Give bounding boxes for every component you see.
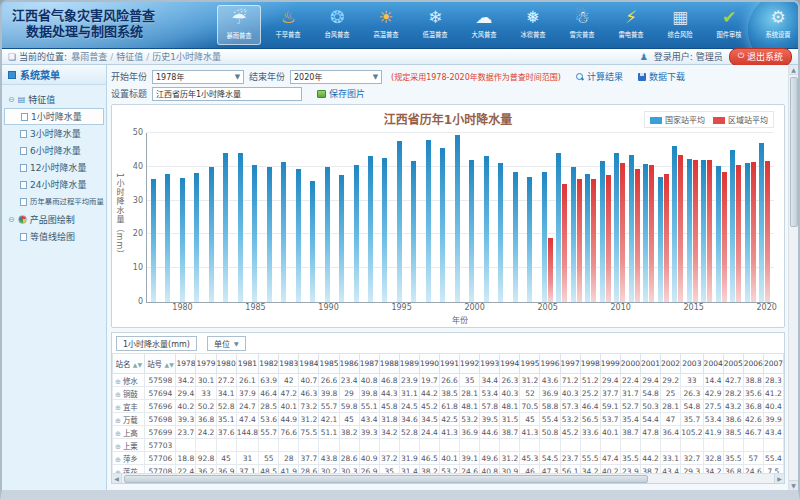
logout-button[interactable]: ⏻退出系统 [729, 48, 792, 66]
expand-icon[interactable]: ⊕ [115, 456, 121, 464]
sidebar-item[interactable]: 3小时降水量 [4, 125, 104, 142]
toolbar-item-map-review[interactable]: ✔图件审核 [707, 5, 751, 45]
legend-item[interactable]: 区域站平均 [713, 114, 768, 125]
bar-group-2013[interactable] [656, 133, 670, 302]
column-header[interactable]: 1984 [299, 354, 319, 374]
scroll-left-arrow-icon[interactable]: ◀ [112, 474, 122, 484]
chart-title-input[interactable] [152, 87, 302, 101]
column-header[interactable]: 2007 [763, 354, 783, 374]
bar-group-2007[interactable] [569, 133, 583, 302]
column-header[interactable]: 1999 [600, 354, 620, 374]
column-header[interactable]: 2005 [723, 354, 743, 374]
scroll-down-arrow-icon[interactable]: ▼ [789, 480, 799, 490]
table-row[interactable]: ⊕修水5759834.230.127.226.163.94240.726.623… [113, 374, 784, 387]
bar-group-2005[interactable] [540, 133, 554, 302]
data-download-button[interactable]: 数据下载 [638, 70, 685, 83]
column-header[interactable]: 2002 [661, 354, 681, 374]
toolbar-item-high-temp[interactable]: ☀高温普查 [364, 5, 408, 45]
bar-group-1993[interactable] [366, 133, 380, 302]
bar-group-2001[interactable] [482, 133, 496, 302]
column-header[interactable]: 1983 [279, 354, 299, 374]
bar-group-1982[interactable] [207, 133, 221, 302]
bar-group-1996[interactable] [410, 133, 424, 302]
column-header[interactable]: 1988 [379, 354, 399, 374]
table-row[interactable]: ⊕宜丰5769640.250.252.824.728.540.173.255.7… [113, 400, 784, 413]
column-header[interactable]: 2003 [681, 354, 703, 374]
sidebar-item[interactable]: 1小时降水量 [4, 108, 104, 125]
bar-group-2009[interactable] [598, 133, 612, 302]
column-header[interactable]: 1985 [319, 354, 339, 374]
table-row[interactable]: ⊕萍乡5770618.892.84531552837.743.828.640.9… [113, 452, 784, 465]
bar-group-1994[interactable] [381, 133, 395, 302]
collapse-icon[interactable]: ⊖ [8, 95, 15, 104]
bar-group-1989[interactable] [308, 133, 322, 302]
column-header[interactable]: 2006 [743, 354, 763, 374]
toolbar-item-lightning[interactable]: ⚡雷电普查 [609, 5, 653, 45]
bar-group-1995[interactable] [395, 133, 409, 302]
expand-icon[interactable]: ⊕ [115, 404, 121, 412]
vertical-scrollbar[interactable]: ▲ ▼ [788, 65, 798, 490]
bar-group-1984[interactable] [236, 133, 250, 302]
toolbar-item-settings[interactable]: ⚙系统设置 [756, 5, 798, 45]
expand-icon[interactable]: ⊕ [115, 430, 121, 438]
bar-group-1999[interactable] [453, 133, 467, 302]
bar-group-1988[interactable] [294, 133, 308, 302]
expand-icon[interactable]: ⊕ [115, 391, 121, 399]
column-header[interactable]: 2000 [620, 354, 640, 374]
bar-group-1992[interactable] [352, 133, 366, 302]
scroll-right-arrow-icon[interactable]: ▶ [774, 474, 784, 484]
column-header[interactable]: 1979 [196, 354, 216, 374]
column-header[interactable]: 1991 [440, 354, 460, 374]
column-header[interactable]: 1992 [460, 354, 480, 374]
horizontal-scrollbar[interactable]: ◀ ▶ [112, 473, 784, 483]
bar-group-2008[interactable] [584, 133, 598, 302]
bar-group-2011[interactable] [627, 133, 641, 302]
end-year-select[interactable]: 2020年▼ [290, 70, 382, 84]
bar-group-1998[interactable] [439, 133, 453, 302]
sidebar-item[interactable]: 等值线绘图 [4, 228, 104, 245]
bar-group-2006[interactable] [555, 133, 569, 302]
bar-group-2012[interactable] [641, 133, 655, 302]
bar-group-1997[interactable] [424, 133, 438, 302]
column-header[interactable]: 站名 ▲▼ [113, 354, 145, 374]
horizontal-scrollbar-thumb[interactable] [124, 475, 648, 483]
bar-group-1979[interactable] [163, 133, 177, 302]
bar-group-1983[interactable] [221, 133, 235, 302]
bar-group-1985[interactable] [250, 133, 264, 302]
column-header[interactable]: 1998 [580, 354, 600, 374]
start-year-select[interactable]: 1978年▼ [152, 70, 244, 84]
bar-group-2003[interactable] [511, 133, 525, 302]
toolbar-item-calculator[interactable]: ▦综合风险 [658, 5, 702, 45]
bar-group-2010[interactable] [613, 133, 627, 302]
column-header[interactable]: 1978 [176, 354, 196, 374]
expand-icon[interactable]: ⊕ [115, 417, 121, 425]
calc-result-button[interactable]: 计算结果 [576, 70, 623, 83]
scroll-up-arrow-icon[interactable]: ▲ [789, 65, 799, 75]
bar-group-1986[interactable] [265, 133, 279, 302]
bar-group-2017[interactable] [714, 133, 728, 302]
table-row[interactable]: ⊕上高5769923.724.237.6144.855.776.675.551.… [113, 426, 784, 439]
chart-legend[interactable]: 国家站平均区域站平均 [644, 111, 774, 128]
bar-group-2014[interactable] [670, 133, 684, 302]
bar-group-1978[interactable] [149, 133, 163, 302]
column-header[interactable]: 1996 [540, 354, 560, 374]
column-header[interactable]: 1980 [216, 354, 236, 374]
column-header[interactable]: 1989 [399, 354, 419, 374]
expand-icon[interactable]: ⊕ [115, 378, 121, 386]
toolbar-item-typhoon[interactable]: ❂台风普查 [315, 5, 359, 45]
bar-group-2018[interactable] [728, 133, 742, 302]
sidebar-item[interactable]: 24小时降水量 [4, 176, 104, 193]
breadcrumb-item[interactable]: 暴雨普查 [71, 52, 107, 62]
sidebar-group-1[interactable]: ⊖产品图绘制 [4, 210, 104, 228]
vertical-scrollbar-thumb[interactable] [790, 77, 798, 227]
sidebar-item[interactable]: 6小时降水量 [4, 142, 104, 159]
column-header[interactable]: 站号 ▲▼ [145, 354, 176, 374]
unit-select[interactable]: 单位▼ [207, 336, 246, 351]
collapse-icon[interactable]: ⊖ [8, 215, 15, 224]
sidebar-group-0[interactable]: ⊖▤特征值 [4, 90, 104, 108]
column-header[interactable]: 1994 [500, 354, 520, 374]
bar-group-1991[interactable] [337, 133, 351, 302]
legend-item[interactable]: 国家站平均 [650, 114, 705, 125]
column-header[interactable]: 1995 [520, 354, 540, 374]
bar-group-2019[interactable] [743, 133, 757, 302]
